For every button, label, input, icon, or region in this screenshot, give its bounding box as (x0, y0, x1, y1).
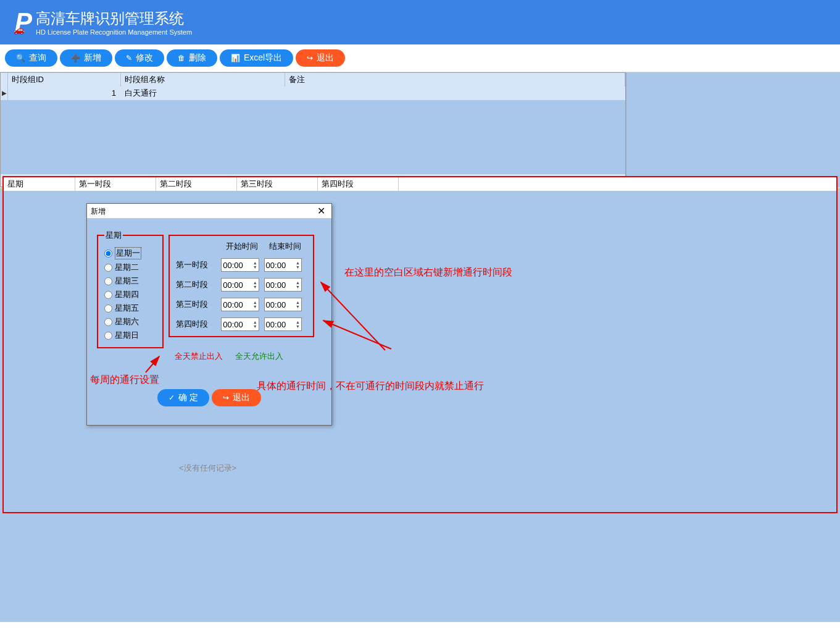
col-header-week[interactable]: 星期 (4, 177, 75, 191)
exit-button[interactable]: ↪ 退出 (296, 49, 345, 67)
annotation-frame: 星期 第一时段 第二时段 第三时段 第四时段 新增 ✕ 星期 星期一 星期二 星… (2, 176, 838, 513)
grid-empty-area[interactable] (1, 100, 625, 174)
spinner-icon[interactable]: ▲▼ (253, 280, 257, 289)
ok-button[interactable]: ✓ 确 定 (157, 389, 209, 406)
car-icon: 🚗 (14, 25, 23, 35)
table-row[interactable]: ▶ 1 白天通行 (1, 86, 625, 100)
week-legend: 星期 (104, 230, 123, 241)
app-header: P 🚗 高清车牌识别管理系统 HD License Plate Recognit… (0, 0, 840, 44)
weekday-radio-fri[interactable]: 星期五 (104, 303, 156, 314)
plus-icon: ➕ (71, 54, 80, 62)
app-subtitle: HD License Plate Recognition Management … (36, 28, 192, 36)
app-logo: P 🚗 高清车牌识别管理系统 HD License Plate Recognit… (15, 7, 192, 37)
p3-end-input[interactable]: ▲▼ (264, 298, 302, 311)
p1-start-input[interactable]: ▲▼ (221, 258, 259, 272)
col-start-time: 开始时间 (220, 241, 264, 252)
annotation-weekly: 每周的通行设置 (90, 374, 159, 387)
cell-id: 1 (8, 86, 121, 100)
search-icon: 🔍 (16, 54, 25, 62)
exit-icon: ↪ (307, 54, 313, 62)
trash-icon: 🗑 (178, 54, 185, 62)
col-header-id[interactable]: 时段组ID (8, 73, 121, 86)
weekday-radio-thu[interactable]: 星期四 (104, 289, 156, 300)
main-toolbar: 🔍 查询 ➕ 新增 ✎ 修改 🗑 删除 📊 Excel导出 ↪ 退出 (0, 44, 840, 72)
col-header-p1[interactable]: 第一时段 (75, 177, 156, 191)
edit-icon: ✎ (126, 54, 132, 62)
excel-icon: 📊 (231, 54, 240, 62)
row-indicator-icon: ▶ (1, 86, 8, 100)
add-button[interactable]: ➕ 新增 (60, 49, 112, 67)
col-header-name[interactable]: 时段组名称 (121, 73, 285, 86)
col-header-p3[interactable]: 第三时段 (237, 177, 318, 191)
schedule-header-row: 星期 第一时段 第二时段 第三时段 第四时段 (4, 177, 836, 191)
p3-start-input[interactable]: ▲▼ (221, 298, 259, 311)
p2-start-input[interactable]: ▲▼ (221, 278, 259, 292)
dialog-titlebar[interactable]: 新增 ✕ (87, 204, 331, 219)
spinner-icon[interactable]: ▲▼ (296, 261, 300, 269)
side-filler (626, 72, 840, 187)
deny-all-day-link[interactable]: 全天禁止出入 (175, 351, 223, 361)
period-row-1: 第一时段 ▲▼ ▲▼ (176, 258, 307, 272)
weekday-radio-wed[interactable]: 星期三 (104, 275, 156, 287)
spinner-icon[interactable]: ▲▼ (296, 300, 300, 309)
period-group-grid: 时段组ID 时段组名称 备注 ▶ 1 白天通行 共 1 条 (0, 72, 626, 187)
p1-end-input[interactable]: ▲▼ (264, 258, 302, 272)
weekday-radio-sun[interactable]: 星期日 (104, 330, 156, 341)
svg-line-0 (323, 321, 391, 349)
check-icon: ✓ (168, 393, 175, 402)
annotation-right-click: 在这里的空白区域右键新增通行时间段 (344, 266, 512, 279)
edit-button[interactable]: ✎ 修改 (115, 49, 164, 67)
period-row-4: 第四时段 ▲▼ ▲▼ (176, 317, 307, 331)
period-row-3: 第三时段 ▲▼ ▲▼ (176, 298, 307, 311)
p4-end-input[interactable]: ▲▼ (264, 317, 302, 331)
spinner-icon[interactable]: ▲▼ (253, 320, 257, 329)
dialog-title-text: 新增 (91, 204, 106, 218)
query-button[interactable]: 🔍 查询 (5, 49, 57, 67)
p4-start-input[interactable]: ▲▼ (221, 317, 259, 331)
period-row-2: 第二时段 ▲▼ ▲▼ (176, 278, 307, 292)
spinner-icon[interactable]: ▲▼ (296, 320, 300, 329)
col-end-time: 结束时间 (264, 241, 307, 252)
grid-header-row: 时段组ID 时段组名称 备注 (1, 73, 625, 86)
time-fieldset: 开始时间 结束时间 第一时段 ▲▼ ▲▼ 第二时段 ▲▼ ▲▼ 第三时段 (168, 235, 314, 337)
weekday-radio-mon[interactable]: 星期一 (104, 247, 156, 259)
cell-name: 白天通行 (121, 86, 285, 100)
excel-export-button[interactable]: 📊 Excel导出 (220, 49, 293, 67)
col-header-p2[interactable]: 第二时段 (156, 177, 237, 191)
allow-all-day-link[interactable]: 全天允许出入 (235, 351, 283, 361)
schedule-panel: 星期 第一时段 第二时段 第三时段 第四时段 新增 ✕ 星期 星期一 星期二 星… (0, 190, 840, 622)
cell-remark (285, 86, 625, 100)
annotation-time-detail: 具体的通行时间，不在可通行的时间段内就禁止通行 (257, 380, 484, 393)
weekday-radio-tue[interactable]: 星期二 (104, 262, 156, 273)
week-fieldset: 星期 星期一 星期二 星期三 星期四 星期五 星期六 星期日 (97, 230, 164, 348)
delete-button[interactable]: 🗑 删除 (167, 49, 217, 67)
spinner-icon[interactable]: ▲▼ (253, 261, 257, 269)
dialog-exit-button[interactable]: ↪ 退出 (212, 389, 261, 406)
col-header-remark[interactable]: 备注 (285, 73, 625, 86)
p2-end-input[interactable]: ▲▼ (264, 278, 302, 292)
no-records-label: <没有任何记录> (179, 463, 236, 474)
app-title: 高清车牌识别管理系统 (36, 9, 192, 28)
spinner-icon[interactable]: ▲▼ (253, 300, 257, 309)
exit-icon: ↪ (223, 393, 229, 402)
logo-letter: P 🚗 (15, 7, 31, 37)
spinner-icon[interactable]: ▲▼ (296, 280, 300, 289)
close-icon[interactable]: ✕ (315, 204, 328, 218)
weekday-radio-sat[interactable]: 星期六 (104, 316, 156, 327)
col-header-p4[interactable]: 第四时段 (318, 177, 399, 191)
